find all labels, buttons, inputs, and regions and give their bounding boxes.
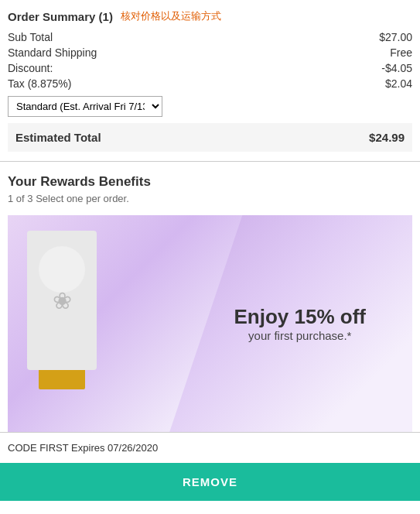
discount-label: Discount: [8,62,53,74]
product-placeholder [27,231,97,370]
rewards-section: Your Rewards Benefits 1 of 3 Select one … [0,162,420,433]
tax-label: Tax (8.875%) [8,77,71,90]
rewards-title: Your Rewards Benefits [8,174,412,190]
estimated-total-label: Estimated Total [15,131,101,144]
order-summary-title: Order Summary (1) [8,10,113,23]
subtotal-row: Sub Total $27.00 [8,31,412,43]
enjoy-text: Enjoy 15% off [234,305,366,329]
subtotal-label: Sub Total [8,31,53,43]
rewards-card: Enjoy 15% off your first purchase.* [8,215,412,432]
order-summary-note: 核对价格以及运输方式 [121,9,221,23]
discount-row: Discount: -$4.05 [8,62,412,74]
shipping-select-wrapper[interactable]: Standard (Est. Arrival Fri 7/13) [8,96,412,117]
estimated-total-row: Estimated Total $24.99 [8,123,412,152]
discount-value: -$4.05 [381,62,412,74]
shipping-select[interactable]: Standard (Est. Arrival Fri 7/13) [8,96,162,117]
shipping-value: Free [390,46,412,59]
tax-value: $2.04 [385,77,412,90]
order-summary-section: Order Summary (1) 核对价格以及运输方式 Sub Total $… [0,0,420,162]
remove-button[interactable]: REMOVE [0,463,420,501]
subtotal-value: $27.00 [379,31,412,43]
estimated-total-value: $24.99 [369,131,405,144]
code-text: CODE FIRST Expires 07/26/2020 [8,442,158,454]
rewards-card-text: Enjoy 15% off your first purchase.* [234,305,366,342]
order-summary-header: Order Summary (1) 核对价格以及运输方式 [8,9,412,23]
shipping-label: Standard Shipping [8,46,97,59]
rewards-product-image [15,231,108,416]
shipping-label-row: Standard Shipping Free [8,46,412,59]
rewards-subtitle: 1 of 3 Select one per order. [8,193,412,204]
tax-row: Tax (8.875%) $2.04 [8,77,412,90]
enjoy-subtext: your first purchase.* [234,329,366,342]
code-section: CODE FIRST Expires 07/26/2020 [0,433,420,463]
